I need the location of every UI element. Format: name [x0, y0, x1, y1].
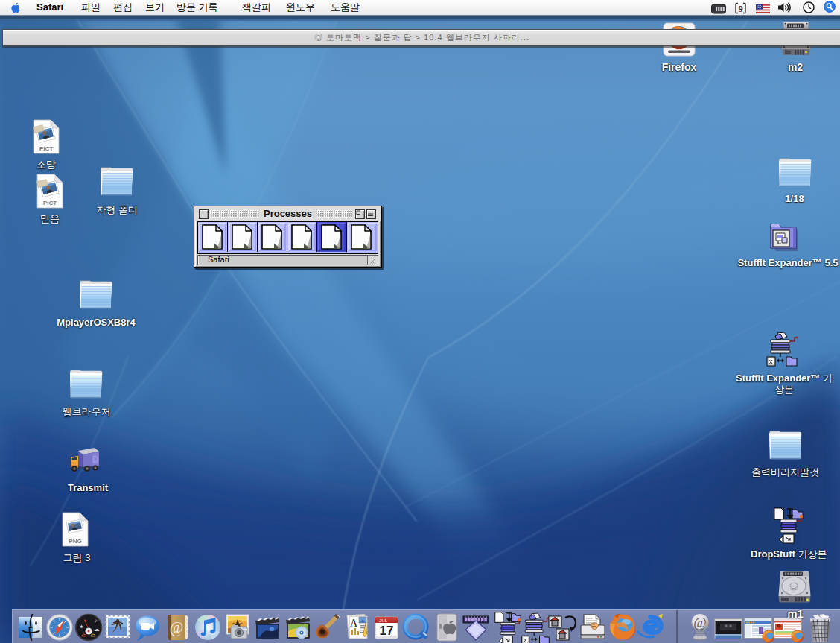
svg-text:9: 9 [738, 4, 742, 14]
